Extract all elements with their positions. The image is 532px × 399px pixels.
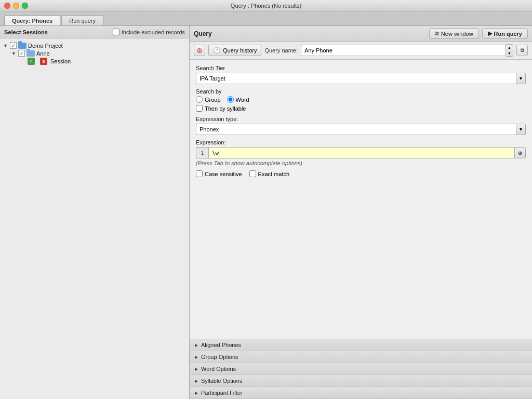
then-by-syllable-text: Then by syllable bbox=[205, 105, 246, 112]
exact-match-text: Exact match bbox=[258, 171, 290, 177]
tab-query-phones[interactable]: Query: Phones bbox=[4, 15, 60, 25]
tree-item-anne[interactable]: ▼ ✓ Anne bbox=[2, 49, 187, 57]
window-controls bbox=[4, 3, 28, 9]
tree-item-session[interactable]: ✓ S Session bbox=[2, 57, 187, 65]
expression-type-arrow[interactable]: ▼ bbox=[516, 124, 526, 135]
collapsible-participant-filter[interactable]: ▶ Participant Filter bbox=[190, 387, 532, 399]
radio-word-label[interactable]: Word bbox=[227, 96, 249, 103]
group-options-label: Group Options bbox=[201, 354, 238, 360]
expand-icon: ▼ bbox=[3, 43, 8, 48]
reset-icon: ⊛ bbox=[196, 46, 203, 55]
search-tier-arrow[interactable]: ▼ bbox=[516, 73, 526, 84]
case-sensitive-checkbox[interactable] bbox=[196, 170, 203, 177]
search-tier-select-row: IPA Target ▼ bbox=[196, 73, 526, 84]
copy-icon: ⧉ bbox=[521, 47, 524, 54]
tree-label-demo: Demo Project bbox=[28, 43, 63, 49]
copy-button[interactable]: ⧉ bbox=[516, 45, 528, 56]
run-icon: ▶ bbox=[488, 30, 492, 37]
then-by-syllable-checkbox[interactable] bbox=[196, 105, 203, 112]
expression-input-row: 1 ⊕ bbox=[196, 147, 526, 158]
search-tier-select[interactable]: IPA Target bbox=[196, 73, 516, 84]
session-tree: ▼ ✓ Demo Project ▼ ✓ Anne ✓ S Session bbox=[0, 38, 189, 399]
triangle-syllable: ▶ bbox=[195, 379, 198, 383]
triangle-group: ▶ bbox=[195, 355, 198, 360]
stepper-down[interactable]: ▼ bbox=[506, 50, 513, 56]
aligned-phones-label: Aligned Phones bbox=[201, 342, 241, 348]
collapsible-aligned-phones[interactable]: ▶ Aligned Phones bbox=[190, 339, 532, 351]
expression-type-select-row: Phonex ▼ bbox=[196, 124, 526, 135]
title-bar: Query : Phones (No results) bbox=[0, 0, 532, 11]
close-button[interactable] bbox=[4, 3, 10, 9]
exact-match-label[interactable]: Exact match bbox=[249, 170, 290, 177]
word-radio-label: Word bbox=[236, 97, 249, 103]
query-name-stepper[interactable]: ▲ ▼ bbox=[506, 44, 513, 57]
search-by-label: Search by bbox=[196, 88, 526, 95]
query-form: Search Tier IPA Target ▼ Search by Group bbox=[190, 60, 532, 339]
tree-item-demo-project[interactable]: ▼ ✓ Demo Project bbox=[2, 42, 187, 49]
window-title: Query : Phones (No results) bbox=[231, 3, 301, 9]
triangle-word: ▶ bbox=[195, 367, 198, 371]
include-excluded-checkbox[interactable] bbox=[113, 29, 119, 35]
triangle-participant: ▶ bbox=[195, 391, 198, 395]
search-tier-label: Search Tier bbox=[196, 65, 526, 71]
minimize-button[interactable] bbox=[13, 3, 19, 9]
case-sensitive-label[interactable]: Case sensitive bbox=[196, 170, 242, 177]
stepper-up[interactable]: ▲ bbox=[506, 45, 513, 50]
radio-group-label[interactable]: Group bbox=[196, 96, 221, 103]
query-toolbar: ⊛ 🕐 Query history Query name: ▲ ▼ ⧉ bbox=[190, 42, 532, 60]
expression-end-button[interactable]: ⊕ bbox=[514, 147, 526, 158]
exact-match-checkbox[interactable] bbox=[249, 170, 256, 177]
tree-label-session: Session bbox=[50, 58, 71, 64]
expression-type-label: Expression type: bbox=[196, 116, 526, 122]
include-excluded-label: Include excluded records bbox=[122, 29, 185, 35]
collapsible-syllable-options[interactable]: ▶ Syllable Options bbox=[190, 375, 532, 387]
query-name-field-group: ▲ ▼ bbox=[301, 44, 513, 57]
left-panel-header: Select Sessions Include excluded records bbox=[0, 26, 189, 38]
history-label: Query history bbox=[223, 47, 257, 54]
session-check-badge: ✓ bbox=[28, 58, 35, 65]
participant-filter-label: Participant Filter bbox=[201, 390, 242, 396]
tree-label-anne: Anne bbox=[36, 50, 50, 57]
collapsible-word-options[interactable]: ▶ Word Options bbox=[190, 363, 532, 375]
collapsible-group-options[interactable]: ▶ Group Options bbox=[190, 351, 532, 363]
new-window-label: New window bbox=[441, 31, 473, 37]
new-window-button[interactable]: ⧉ New window bbox=[429, 28, 479, 39]
expression-label: Expression: bbox=[196, 139, 526, 145]
new-window-icon: ⧉ bbox=[435, 30, 439, 37]
query-name-input[interactable] bbox=[301, 45, 506, 56]
main-area: Select Sessions Include excluded records… bbox=[0, 26, 532, 399]
expression-type-section: Expression type: Phonex ▼ bbox=[196, 116, 526, 135]
reset-button[interactable]: ⊛ bbox=[194, 45, 205, 56]
syllable-options-label: Syllable Options bbox=[201, 378, 243, 384]
tree-checkbox-demo[interactable]: ✓ bbox=[10, 42, 17, 49]
triangle-aligned: ▶ bbox=[195, 343, 198, 348]
search-tier-section: Search Tier IPA Target ▼ bbox=[196, 65, 526, 84]
word-options-label: Word Options bbox=[201, 366, 236, 372]
search-by-section: Search by Group Word Then by syllable bbox=[196, 88, 526, 112]
tab-run-query[interactable]: Run query bbox=[61, 15, 103, 25]
session-icon: S bbox=[40, 58, 47, 65]
expression-hint: (Press Tab to show autocomplete options) bbox=[196, 160, 526, 166]
right-panel-header: Query ⧉ New window ▶ Run query bbox=[190, 26, 532, 42]
expression-input[interactable] bbox=[208, 147, 514, 158]
then-by-syllable-label[interactable]: Then by syllable bbox=[196, 105, 526, 112]
run-query-button[interactable]: ▶ Run query bbox=[482, 28, 528, 39]
history-icon: 🕐 bbox=[213, 47, 221, 54]
radio-word[interactable] bbox=[227, 96, 234, 103]
expression-type-select[interactable]: Phonex bbox=[196, 124, 516, 135]
run-query-label: Run query bbox=[494, 31, 522, 37]
tree-checkbox-anne[interactable]: ✓ bbox=[18, 50, 25, 57]
query-history-button[interactable]: 🕐 Query history bbox=[208, 45, 261, 56]
query-panel-title: Query bbox=[194, 30, 426, 37]
left-panel: Select Sessions Include excluded records… bbox=[0, 26, 190, 399]
maximize-button[interactable] bbox=[22, 3, 28, 9]
tabs-row: Query: Phones Run query bbox=[0, 11, 532, 26]
folder-icon-demo bbox=[18, 43, 26, 49]
expand-icon-anne: ▼ bbox=[11, 51, 17, 56]
radio-group[interactable] bbox=[196, 96, 203, 103]
case-sensitive-text: Case sensitive bbox=[205, 171, 242, 177]
collapsible-sections: ▶ Aligned Phones ▶ Group Options ▶ Word … bbox=[190, 339, 532, 399]
include-excluded-row: Include excluded records bbox=[113, 29, 185, 35]
folder-icon-anne bbox=[26, 50, 35, 57]
left-panel-title: Select Sessions bbox=[4, 29, 109, 35]
